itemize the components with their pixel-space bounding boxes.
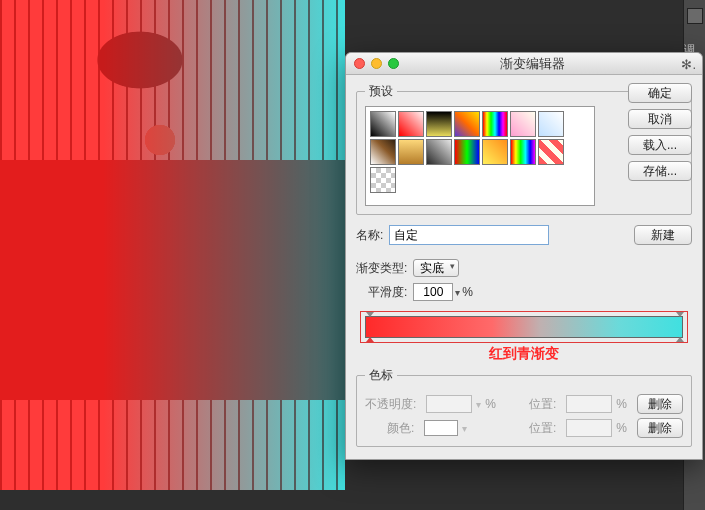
cancel-button[interactable]: 取消 bbox=[628, 109, 692, 129]
gradient-annotation: 红到青渐变 bbox=[356, 345, 692, 363]
presets-menu-icon[interactable]: ✻. bbox=[681, 57, 696, 72]
chevron-down-icon: ▾ bbox=[476, 399, 481, 410]
dialog-titlebar[interactable]: 渐变编辑器 bbox=[346, 53, 702, 75]
gradient-type-value: 实底 bbox=[420, 261, 444, 275]
smoothness-label: 平滑度: bbox=[368, 284, 407, 301]
color-stop-label: 色标 bbox=[365, 367, 397, 384]
canvas-duotone-image bbox=[0, 0, 345, 490]
opacity-label: 不透明度: bbox=[365, 396, 416, 413]
percent-label-4: % bbox=[616, 421, 627, 435]
dialog-title: 渐变编辑器 bbox=[371, 55, 694, 73]
load-button[interactable]: 载入... bbox=[628, 135, 692, 155]
chevron-down-icon[interactable]: ▾ bbox=[462, 423, 467, 434]
percent-label-2: % bbox=[485, 397, 496, 411]
dialog-action-buttons: 确定 取消 载入... 存储... bbox=[628, 83, 692, 181]
gradient-type-label: 渐变类型: bbox=[356, 260, 407, 277]
delete-opacity-stop-button[interactable]: 删除 bbox=[637, 394, 683, 414]
preset-swatch[interactable] bbox=[426, 111, 452, 137]
close-icon[interactable] bbox=[354, 58, 365, 69]
presets-list[interactable] bbox=[365, 106, 595, 206]
position-label-1: 位置: bbox=[529, 396, 556, 413]
preset-swatch[interactable] bbox=[538, 111, 564, 137]
gradient-bar[interactable] bbox=[365, 316, 683, 338]
delete-color-stop-button[interactable]: 删除 bbox=[637, 418, 683, 438]
opacity-stop-right[interactable] bbox=[674, 307, 684, 317]
gradient-editor-dialog: 渐变编辑器 确定 取消 载入... 存储... 预设 ✻. bbox=[345, 52, 703, 460]
preset-swatch[interactable] bbox=[454, 139, 480, 165]
color-position-input bbox=[566, 419, 612, 437]
preset-swatch[interactable] bbox=[454, 111, 480, 137]
gradient-preview-region bbox=[360, 311, 688, 343]
color-stop-right[interactable] bbox=[674, 337, 684, 347]
preset-swatch[interactable] bbox=[482, 111, 508, 137]
percent-label-1: % bbox=[462, 285, 473, 299]
color-stop-left[interactable] bbox=[364, 337, 374, 347]
preset-swatch[interactable] bbox=[370, 111, 396, 137]
percent-label-3: % bbox=[616, 397, 627, 411]
adjustments-icon[interactable] bbox=[687, 8, 703, 24]
opacity-input bbox=[426, 395, 472, 413]
gradient-name-input[interactable] bbox=[389, 225, 549, 245]
preset-swatch[interactable] bbox=[510, 111, 536, 137]
opacity-stop-left[interactable] bbox=[364, 307, 374, 317]
preset-swatch[interactable] bbox=[482, 139, 508, 165]
ok-button[interactable]: 确定 bbox=[628, 83, 692, 103]
stepper-icon[interactable]: ▾ bbox=[455, 287, 460, 298]
preset-swatch[interactable] bbox=[538, 139, 564, 165]
preset-swatch[interactable] bbox=[370, 167, 396, 193]
smoothness-input[interactable] bbox=[413, 283, 453, 301]
color-stop-fieldset: 色标 不透明度: ▾ % 位置: % 删除 颜色: ▾ 位置: % 删除 bbox=[356, 367, 692, 447]
new-button[interactable]: 新建 bbox=[634, 225, 692, 245]
opacity-position-input bbox=[566, 395, 612, 413]
preset-swatch[interactable] bbox=[510, 139, 536, 165]
save-button[interactable]: 存储... bbox=[628, 161, 692, 181]
name-label: 名称: bbox=[356, 227, 383, 244]
preset-swatch[interactable] bbox=[370, 139, 396, 165]
presets-label: 预设 bbox=[365, 83, 397, 100]
color-well[interactable] bbox=[424, 420, 458, 436]
gradient-type-select[interactable]: 实底 bbox=[413, 259, 459, 277]
preset-swatch[interactable] bbox=[398, 139, 424, 165]
preset-swatch[interactable] bbox=[426, 139, 452, 165]
color-label: 颜色: bbox=[387, 420, 414, 437]
position-label-2: 位置: bbox=[529, 420, 556, 437]
preset-swatch[interactable] bbox=[398, 111, 424, 137]
